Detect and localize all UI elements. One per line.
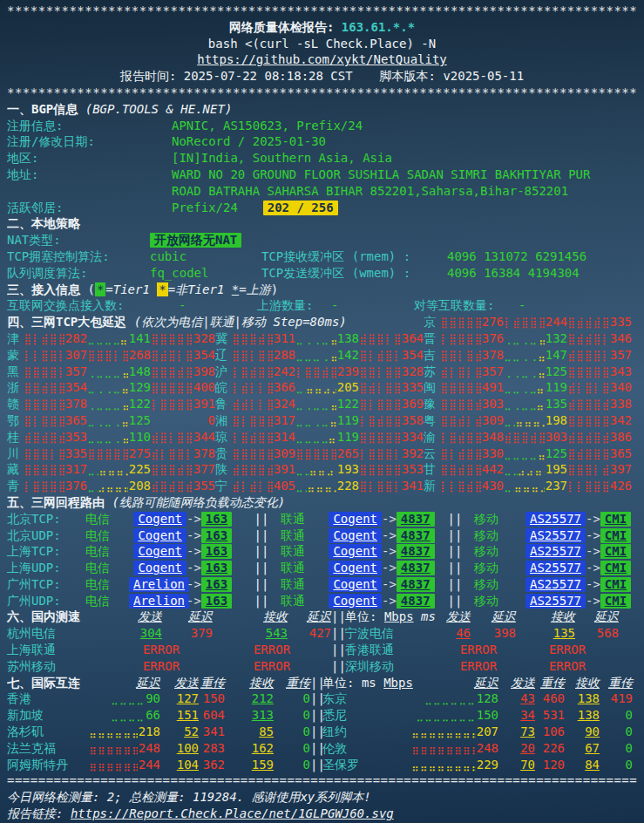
exchange-row: 互联网交换点接入数: - 上游数量: - 对等互联数量: - [7, 297, 637, 314]
city-label: 新加坡 [7, 707, 89, 724]
latency-value: 335 [401, 379, 424, 396]
province-label: 青 [7, 478, 24, 494]
table-separator: || [310, 707, 322, 724]
route-location-label: 北京TCP: [7, 511, 85, 527]
carrier-label: 电信 [85, 576, 129, 593]
latency-value: 195 [545, 461, 567, 478]
province-label: 黑 [7, 364, 24, 380]
latency-cell: ⣿⣾⡇⣿⣿335 [359, 379, 424, 397]
latency-value: 346 [609, 330, 632, 347]
latency-bar: ⣿⣿⣿⣿⣿⣿ [24, 397, 64, 413]
download-speed-value: 138 [565, 690, 600, 707]
as-badge: AS25577 [525, 561, 586, 575]
latency-bar: ⣤⣤⣠⣠⣤⣠ [306, 380, 336, 397]
latency-cell: 0 [151, 412, 215, 429]
latency-cell: ⡇⣾⣿⣿⣿244 [504, 314, 567, 331]
upload-retrans-value: 362 [199, 757, 225, 773]
latency-bar: ⣀⣀⣀⣀ [295, 430, 328, 446]
network-quality-report: ****************************************… [0, 0, 644, 822]
download-speed-value: 84 [565, 757, 600, 773]
latency-bar: ⣿⡇⣿⣿⡇⣾⣿ [359, 479, 401, 495]
latency-bar: ⣿⣿⣾⣿⣿⣿ [440, 462, 481, 479]
speed-error: ERROR [110, 658, 213, 675]
latency-cell: ⢀⢀⣀⢀⣀⣤125 [504, 364, 567, 381]
route-separator: || [242, 511, 281, 527]
latency-value: 342 [609, 412, 632, 429]
latency-value: 366 [273, 379, 295, 396]
latency-cell: ⡇⡇⣿⣾⣿⣿430 [440, 478, 504, 495]
route-arrow: -> [586, 593, 600, 609]
route-arrow: -> [186, 543, 201, 560]
latency-value: 242 [273, 364, 295, 380]
intl-row: 香港⣀⣀⣀⣀901271502120||东京⣀⣀⣀⣀⣀⣀128434601384… [7, 690, 637, 707]
as-badge: AS25577 [525, 512, 586, 527]
route-location-label: 广州UDP: [7, 593, 85, 609]
city-label: 苏州移动 [7, 658, 110, 675]
latency-bar: ⣿⣾⡇⣿⣿ [359, 380, 401, 397]
target-badge: CMI [600, 594, 631, 609]
province-label: 鲁 [215, 396, 232, 412]
latency-value: 391 [273, 461, 295, 478]
route-arrow: -> [382, 511, 397, 527]
latency-cell: ⣾⣿⡇⣿⣿344 [151, 429, 215, 446]
route-separator: || [242, 527, 281, 544]
latency-cell: ⡇⡇⣿⣿⣿⣿⡇426 [567, 478, 632, 495]
latency-value: 147 [545, 347, 567, 364]
route-path: Cogent->4837 [319, 560, 436, 576]
latency-bar: ⣤ [538, 446, 545, 463]
speed-error: ERROR [213, 642, 331, 658]
speed-row: 杭州电信304379543427||宁波电信46398135568 [7, 625, 637, 642]
latency-cell: ⣿⣿⣿⣿⣿⣿491 [440, 379, 504, 397]
latency-value: 334 [401, 429, 424, 446]
route-separator: || [242, 543, 281, 560]
route-arrow: -> [382, 560, 397, 576]
latency-bar: ⣾⣿⡇⣿⣿ [151, 430, 193, 446]
latency-cell: ⣀⣀⣀⣀⣤119 [295, 429, 359, 446]
intl-latency-value: 229 [476, 757, 498, 773]
latency-value: 338 [609, 396, 632, 412]
download-retrans-value: 0 [600, 740, 633, 757]
latency-bar: ⣾⡇⣿⡇⣿⡇⣿ [440, 364, 481, 381]
latency-bar: ⣾⣿⣿⣿⡇⣿ [567, 348, 609, 364]
route-path: Arelion->163 [129, 576, 242, 593]
route-separator: || [436, 593, 474, 609]
latency-cell: ⣿⣾⣾⣿⡇346 [567, 330, 632, 348]
route-row: 北京UDP:电信Cogent->163||联通Cogent->4837||移动A… [7, 527, 637, 544]
repo-link[interactable]: https://github.com/xykt/NetQuality [197, 52, 447, 66]
peer-label: 对等互联数量: [414, 297, 519, 314]
latency-value: 148 [128, 364, 151, 380]
latency-bar: ⣿⣿⣿⡇⣾⣿ [567, 462, 609, 479]
latency-value: 354 [193, 347, 215, 364]
province-label: 宁 [215, 478, 232, 494]
neighbor-label: 活跃邻居: [7, 200, 172, 216]
report-link[interactable]: https://Report.Check.Place/net/1GLPGWJ60… [71, 806, 394, 820]
latency-cell: ⣿⣿⣿⣾⣿⡇377 [151, 461, 215, 479]
latency-value: 392 [401, 446, 424, 462]
latency-bar: ⡇⡇⣿⣾⣿⣿ [440, 479, 481, 495]
intl-row: 阿姆斯特丹⣶⣶⣶⣶⣶⣶⣶⣶⣶⣶⣶2441043621590||圣保罗⣤⣤⣤⣤⣤⣤… [7, 757, 637, 773]
latency-bar: ⣿⣿⣿⣿⣿⣿ [232, 446, 273, 463]
route-row: 上海TCP:电信Cogent->163||联通Cogent->4837||移动A… [7, 543, 637, 560]
latency-value: 125 [545, 364, 567, 380]
latency-bar: ⣿⣿⣿⣿⣿⣿ [151, 380, 193, 397]
route-path: Cogent->4837 [319, 511, 436, 527]
carrier-label: 电信 [85, 527, 129, 544]
latency-value: 317 [273, 412, 295, 429]
route-path: AS25577->CMI [512, 593, 637, 609]
latency-value: 228 [336, 478, 359, 494]
latency-value: 288 [273, 347, 295, 364]
report-ip: 163.61.*.* [342, 20, 415, 34]
upload-speed-value: 151 [160, 707, 199, 724]
routes-heading: 五、三网回程路由 (线路可能随网络负载动态变化) [7, 494, 637, 511]
address-label: 地址: [7, 167, 172, 183]
target-badge: 4837 [397, 544, 435, 559]
latency-value: 430 [481, 478, 504, 494]
latency-bar: ⣀⢀⢀⣀⣀ [87, 380, 121, 397]
route-path: Cogent->163 [129, 527, 242, 544]
speed-error: ERROR [441, 658, 516, 675]
latency-bar: ⣀⣀ [504, 479, 514, 495]
as-badge: AS25577 [525, 528, 586, 543]
latency-value: 309 [481, 412, 504, 429]
target-badge: CMI [600, 528, 631, 543]
latency-heading-note: (依次为电信|联通|移动 Step=80ms) [134, 315, 347, 329]
